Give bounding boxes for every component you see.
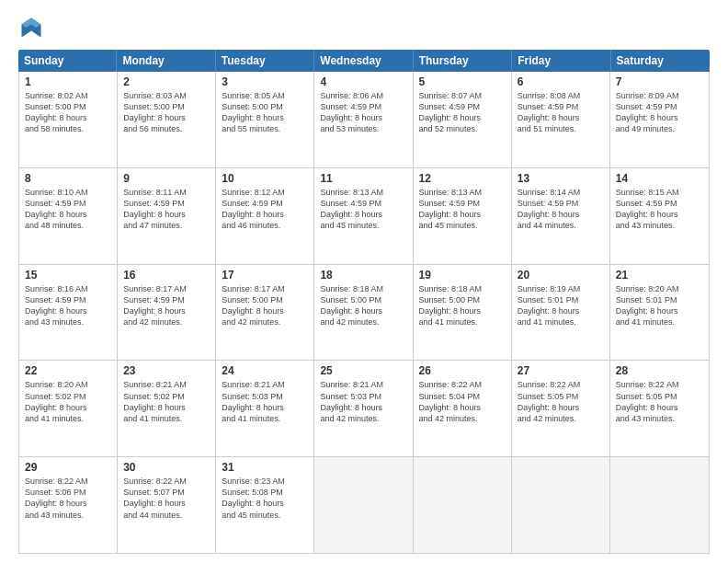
calendar-cell: 19Sunrise: 8:18 AMSunset: 5:00 PMDayligh… bbox=[414, 265, 512, 361]
cell-info-line: and 41 minutes. bbox=[25, 413, 111, 424]
calendar-cell: 5Sunrise: 8:07 AMSunset: 4:59 PMDaylight… bbox=[414, 72, 512, 167]
day-number: 1 bbox=[25, 75, 111, 88]
cell-info-line: Sunrise: 8:22 AM bbox=[25, 476, 111, 487]
cell-info-line: Daylight: 8 hours bbox=[123, 209, 210, 220]
cell-info-line: and 43 minutes. bbox=[616, 413, 703, 424]
cell-info-line: and 44 minutes. bbox=[518, 220, 604, 231]
cell-info-line: and 48 minutes. bbox=[25, 220, 111, 231]
calendar-cell: 24Sunrise: 8:21 AMSunset: 5:03 PMDayligh… bbox=[216, 361, 314, 456]
cell-info-line: Sunset: 4:59 PM bbox=[419, 198, 506, 209]
day-number: 20 bbox=[518, 269, 604, 282]
cell-info-line: and 41 minutes. bbox=[616, 316, 703, 327]
cell-info-line: Sunrise: 8:21 AM bbox=[320, 379, 406, 390]
cell-info-line: and 42 minutes. bbox=[518, 413, 604, 424]
day-number: 24 bbox=[222, 364, 308, 377]
cell-info-line: and 51 minutes. bbox=[518, 123, 604, 134]
day-number: 15 bbox=[25, 269, 111, 282]
cell-info-line: Sunrise: 8:10 AM bbox=[25, 187, 111, 198]
day-number: 5 bbox=[419, 75, 506, 88]
cell-info-line: Sunset: 5:00 PM bbox=[222, 101, 308, 112]
cell-info-line: Daylight: 8 hours bbox=[222, 209, 308, 220]
cell-info-line: and 58 minutes. bbox=[25, 123, 111, 134]
cell-info-line: Sunrise: 8:13 AM bbox=[419, 187, 506, 198]
calendar-cell: 10Sunrise: 8:12 AMSunset: 4:59 PMDayligh… bbox=[216, 168, 314, 264]
cell-info-line: Sunrise: 8:07 AM bbox=[419, 90, 506, 101]
cell-info-line: and 41 minutes. bbox=[419, 316, 506, 327]
cell-info-line: and 47 minutes. bbox=[123, 220, 210, 231]
page: SundayMondayTuesdayWednesdayThursdayFrid… bbox=[0, 0, 728, 563]
cell-info-line: Daylight: 8 hours bbox=[123, 498, 210, 509]
cell-info-line: Daylight: 8 hours bbox=[419, 112, 506, 123]
cell-info-line: Daylight: 8 hours bbox=[320, 112, 406, 123]
cell-info-line: Daylight: 8 hours bbox=[419, 209, 506, 220]
cell-info-line: Sunset: 5:03 PM bbox=[320, 391, 406, 402]
calendar-cell: 7Sunrise: 8:09 AMSunset: 4:59 PMDaylight… bbox=[610, 72, 709, 167]
cell-info-line: Sunrise: 8:09 AM bbox=[616, 90, 703, 101]
cell-info-line: Sunset: 4:59 PM bbox=[320, 101, 406, 112]
cell-info-line: Sunset: 5:00 PM bbox=[25, 101, 111, 112]
day-number: 4 bbox=[320, 75, 406, 88]
day-number: 10 bbox=[222, 172, 308, 185]
cell-info-line: Sunrise: 8:21 AM bbox=[222, 379, 308, 390]
cell-info-line: Sunrise: 8:23 AM bbox=[222, 476, 308, 487]
calendar-cell: 31Sunrise: 8:23 AMSunset: 5:08 PMDayligh… bbox=[216, 457, 314, 553]
cell-info-line: Sunrise: 8:19 AM bbox=[518, 283, 604, 294]
cell-info-line: Sunrise: 8:22 AM bbox=[518, 379, 604, 390]
cell-info-line: Sunrise: 8:16 AM bbox=[25, 283, 111, 294]
calendar-cell: 20Sunrise: 8:19 AMSunset: 5:01 PMDayligh… bbox=[512, 265, 610, 361]
cell-info-line: Sunrise: 8:05 AM bbox=[222, 90, 308, 101]
calendar-header: SundayMondayTuesdayWednesdayThursdayFrid… bbox=[18, 50, 710, 72]
cell-info-line: Sunrise: 8:17 AM bbox=[123, 283, 210, 294]
calendar-cell: 23Sunrise: 8:21 AMSunset: 5:02 PMDayligh… bbox=[118, 361, 216, 456]
cell-info-line: Daylight: 8 hours bbox=[222, 112, 308, 123]
cell-info-line: and 42 minutes. bbox=[320, 413, 406, 424]
day-number: 16 bbox=[123, 269, 210, 282]
cell-info-line: Daylight: 8 hours bbox=[25, 209, 111, 220]
cell-info-line: Daylight: 8 hours bbox=[222, 305, 308, 316]
cell-info-line: Sunrise: 8:08 AM bbox=[518, 90, 604, 101]
calendar-row: 29Sunrise: 8:22 AMSunset: 5:06 PMDayligh… bbox=[19, 457, 709, 553]
cell-info-line: Sunset: 5:06 PM bbox=[25, 487, 111, 498]
day-number: 31 bbox=[222, 461, 308, 474]
calendar-cell: 25Sunrise: 8:21 AMSunset: 5:03 PMDayligh… bbox=[314, 361, 413, 456]
cell-info-line: Sunrise: 8:17 AM bbox=[222, 283, 308, 294]
calendar-cell: 22Sunrise: 8:20 AMSunset: 5:02 PMDayligh… bbox=[19, 361, 118, 456]
day-number: 7 bbox=[616, 75, 703, 88]
empty-cell bbox=[512, 457, 610, 553]
cell-info-line: Daylight: 8 hours bbox=[616, 402, 703, 413]
cell-info-line: Daylight: 8 hours bbox=[616, 305, 703, 316]
cell-info-line: and 41 minutes. bbox=[518, 316, 604, 327]
calendar-cell: 2Sunrise: 8:03 AMSunset: 5:00 PMDaylight… bbox=[118, 72, 216, 167]
cell-info-line: Sunset: 4:59 PM bbox=[25, 294, 111, 305]
cell-info-line: Daylight: 8 hours bbox=[123, 112, 210, 123]
logo bbox=[18, 15, 48, 40]
calendar-cell: 28Sunrise: 8:22 AMSunset: 5:05 PMDayligh… bbox=[610, 361, 709, 456]
weekday-header: Thursday bbox=[414, 50, 512, 72]
cell-info-line: Daylight: 8 hours bbox=[25, 402, 111, 413]
cell-info-line: Daylight: 8 hours bbox=[222, 498, 308, 509]
cell-info-line: Sunrise: 8:03 AM bbox=[123, 90, 210, 101]
day-number: 29 bbox=[25, 461, 111, 474]
cell-info-line: Daylight: 8 hours bbox=[123, 402, 210, 413]
cell-info-line: Daylight: 8 hours bbox=[419, 305, 506, 316]
cell-info-line: Sunrise: 8:13 AM bbox=[320, 187, 406, 198]
calendar-cell: 16Sunrise: 8:17 AMSunset: 4:59 PMDayligh… bbox=[118, 265, 216, 361]
day-number: 12 bbox=[419, 172, 506, 185]
cell-info-line: Sunset: 4:59 PM bbox=[123, 198, 210, 209]
calendar-cell: 21Sunrise: 8:20 AMSunset: 5:01 PMDayligh… bbox=[610, 265, 709, 361]
day-number: 25 bbox=[320, 364, 406, 377]
cell-info-line: and 44 minutes. bbox=[123, 510, 210, 521]
cell-info-line: Sunrise: 8:12 AM bbox=[222, 187, 308, 198]
calendar-cell: 18Sunrise: 8:18 AMSunset: 5:00 PMDayligh… bbox=[314, 265, 413, 361]
cell-info-line: Sunrise: 8:22 AM bbox=[419, 379, 506, 390]
cell-info-line: and 46 minutes. bbox=[222, 220, 308, 231]
cell-info-line: Sunrise: 8:20 AM bbox=[616, 283, 703, 294]
cell-info-line: and 55 minutes. bbox=[222, 123, 308, 134]
cell-info-line: Daylight: 8 hours bbox=[320, 402, 406, 413]
cell-info-line: Daylight: 8 hours bbox=[123, 305, 210, 316]
day-number: 27 bbox=[518, 364, 604, 377]
day-number: 3 bbox=[222, 75, 308, 88]
cell-info-line: and 42 minutes. bbox=[419, 413, 506, 424]
cell-info-line: Daylight: 8 hours bbox=[419, 402, 506, 413]
calendar-cell: 15Sunrise: 8:16 AMSunset: 4:59 PMDayligh… bbox=[19, 265, 118, 361]
